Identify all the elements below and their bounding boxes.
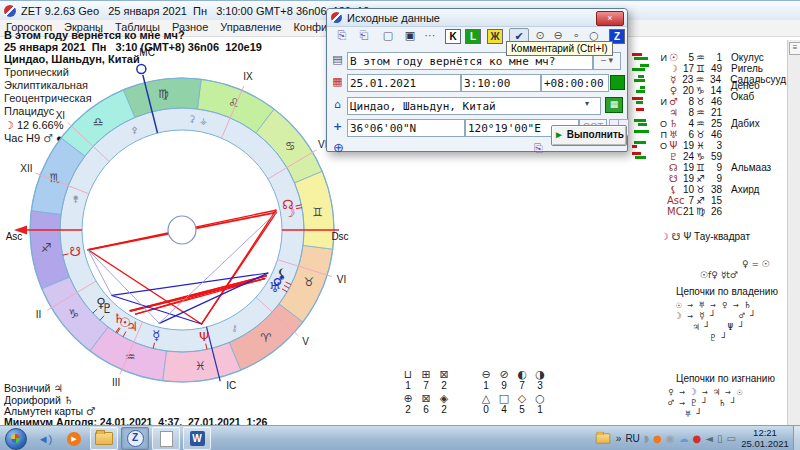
l-icon[interactable]: L <box>465 29 481 44</box>
taskbar-clock[interactable]: 12:21 25.01.2021 <box>738 428 792 449</box>
stats-value: 2 <box>436 404 452 416</box>
save-icon[interactable]: ▣ <box>401 28 419 44</box>
tooltip: Комментарий (Ctrl+I) <box>506 41 613 56</box>
svg-text:Dsc: Dsc <box>331 231 348 242</box>
svg-text:⚸: ⚸ <box>277 266 287 281</box>
planet-row[interactable]: ☊19♊9Альмааз <box>632 162 786 173</box>
language-indicator[interactable]: RU <box>625 433 639 444</box>
stats-symbol-icon: ◇ <box>514 392 530 404</box>
source-data-dialog: Исходные данные × ⎘⎗▢▣⋯KLЖ✔⊙⊖∘○Z ▤ – ▾ ▦… <box>326 8 628 152</box>
volume-launcher-icon[interactable]: ◄) <box>32 428 58 449</box>
minutes: 26 <box>707 206 722 217</box>
svg-text:♉: ♉ <box>303 275 314 289</box>
copy-icon[interactable]: ⎘ <box>531 142 546 156</box>
usb-icon[interactable]: ▯ <box>717 434 723 444</box>
planet-row[interactable]: ⚸10♉38Ахирд <box>632 184 786 195</box>
sign-icon: ♑ <box>694 85 707 96</box>
date-input[interactable] <box>347 74 461 92</box>
planet-row[interactable]: П♅6♉46 <box>632 129 786 140</box>
svg-text:⚷: ⚷ <box>231 323 238 333</box>
play-icon: ► <box>554 129 567 140</box>
dots-icon[interactable]: ⋯ <box>421 28 439 44</box>
show-desktop-button[interactable] <box>793 426 800 450</box>
svg-text:♎: ♎ <box>93 115 104 129</box>
zet-taskbar-button[interactable]: Z <box>121 427 149 450</box>
svg-text:⚵: ⚵ <box>72 194 79 204</box>
planet-row[interactable]: ОΨ19♓3 <box>632 140 786 151</box>
planet-row[interactable]: И☉5♒1Окулус <box>632 52 786 63</box>
planet-row[interactable]: ♃8♒21 <box>632 107 786 118</box>
network-icon[interactable]: ▭ <box>727 434 736 444</box>
fixed-star-name: Окулус <box>731 52 764 63</box>
ccleaner-icon[interactable]: ● <box>693 434 702 444</box>
minutes: 38 <box>707 184 722 195</box>
planet-row[interactable]: ♇24♑59 <box>632 151 786 162</box>
media-player-icon[interactable]: ▶ <box>61 428 87 449</box>
tray-expand-icon[interactable]: » <box>616 433 622 444</box>
sign-icon: ♒ <box>694 118 707 129</box>
chains-rulership-title: Цепочки по владению <box>676 286 778 297</box>
tray-folder-icon[interactable] <box>596 433 610 443</box>
dignity-letter: И <box>658 97 667 107</box>
svg-text:♃: ♃ <box>126 319 138 334</box>
planet-row[interactable]: О♄4♒25Дабих <box>632 118 786 129</box>
menu-item-управление[interactable]: Управление <box>214 20 287 36</box>
planet-row[interactable]: ☽17♊49Ригель <box>632 63 786 74</box>
k-icon[interactable]: K <box>445 29 461 44</box>
degrees: 21 <box>680 206 694 217</box>
panel-menu-icon[interactable]: ≡ <box>789 42 800 55</box>
svg-text:⚴: ⚴ <box>131 125 138 135</box>
word-taskbar-button[interactable]: W <box>183 427 211 450</box>
stats-value: 1 <box>478 380 494 392</box>
sign-icon: ♉ <box>694 96 707 107</box>
planet-icon: ☋ <box>667 173 680 184</box>
minutes: 34 <box>706 74 721 85</box>
degrees: 8 <box>680 107 694 118</box>
minutes: 46 <box>707 96 722 107</box>
timezone-input[interactable] <box>541 74 609 92</box>
planet-row[interactable]: ♀20♑14Денеб Окаб <box>632 85 786 96</box>
planet-row[interactable]: Asc7♐15 <box>632 195 786 206</box>
explorer-taskbar-button[interactable] <box>90 427 118 450</box>
now-button[interactable] <box>610 75 625 90</box>
degrees: 8 <box>680 96 694 107</box>
globe-icon[interactable]: ⊕ <box>331 141 346 155</box>
volume-tray-icon[interactable]: ◄ <box>705 434 713 444</box>
app-icon <box>4 5 16 17</box>
panel-scrollbar[interactable] <box>787 40 800 425</box>
degrees: 19 <box>680 140 694 151</box>
weather-icon[interactable]: ☁ <box>679 434 689 444</box>
paste-icon[interactable]: ⎗ <box>355 28 373 44</box>
sign-icon: ♓ <box>694 140 707 151</box>
new-file-icon[interactable]: ▢ <box>379 28 397 44</box>
copy-icon[interactable]: ⎘ <box>333 28 351 44</box>
execute-button[interactable]: ► Выполнить <box>551 125 627 146</box>
degrees: 17 <box>680 63 694 74</box>
svg-text:V: V <box>302 336 309 347</box>
minutes: 9 <box>707 162 722 173</box>
planet-row[interactable]: MC21♍26 <box>632 206 786 217</box>
minutes: 15 <box>707 195 722 206</box>
svg-text:☿: ☿ <box>152 328 160 343</box>
start-button[interactable] <box>5 428 27 450</box>
document-taskbar-button[interactable] <box>152 427 180 450</box>
close-icon[interactable]: × <box>596 11 624 26</box>
tray-gray-icon[interactable]: ◉ <box>666 434 675 444</box>
windows-logo-icon <box>11 434 20 443</box>
avast-icon[interactable]: ● <box>653 434 662 444</box>
stats-value: 6 <box>418 404 434 416</box>
zh-icon[interactable]: Ж <box>487 29 503 44</box>
time-input[interactable] <box>461 74 541 92</box>
chevron-down-icon[interactable]: ▾ <box>585 99 589 108</box>
place-input[interactable] <box>347 97 601 115</box>
minutes: 49 <box>707 63 722 74</box>
place-row-icon: ⌂ <box>330 98 345 112</box>
sign-icon: ♐ <box>694 195 707 206</box>
planet-row[interactable]: ☋19♐9 <box>632 173 786 184</box>
atlas-button[interactable]: ▦ <box>605 97 623 113</box>
latitude-input[interactable] <box>347 119 465 137</box>
dialog-titlebar[interactable]: Исходные данные <box>327 9 627 27</box>
svg-text:♐: ♐ <box>41 241 52 255</box>
tray-app-icon[interactable]: ◗ <box>644 434 649 444</box>
minutes: 25 <box>707 118 722 129</box>
